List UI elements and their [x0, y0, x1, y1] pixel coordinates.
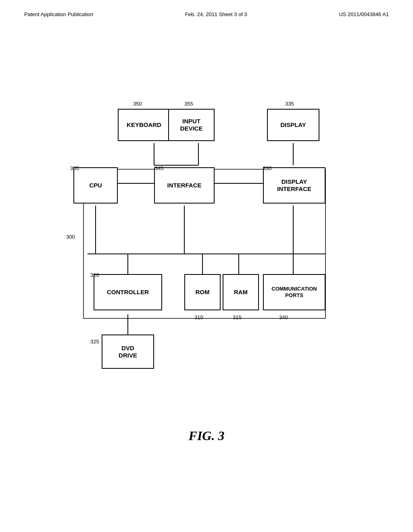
header-right: US 2011/0043846 A1 [339, 11, 389, 17]
label-310: 310 [194, 314, 203, 320]
diagram: KEYBOARD 350 INPUT DEVICE 355 DISPLAY 33… [65, 81, 348, 383]
label-330: 330 [263, 165, 272, 171]
label-355: 355 [184, 101, 193, 107]
label-300: 300 [66, 234, 75, 240]
label-345: 345 [155, 165, 164, 171]
figure-caption: FIG. 3 [189, 428, 225, 443]
input-device-box: INPUT DEVICE [168, 109, 215, 141]
controller-box: CONTROLLER [94, 274, 162, 310]
header-left: Patent Application Publication [24, 11, 93, 17]
label-335: 335 [285, 101, 294, 107]
keyboard-box: KEYBOARD [118, 109, 170, 141]
display-interface-box: DISPLAY INTERFACE [263, 167, 325, 204]
label-320: 320 [90, 272, 99, 278]
interface-box: INTERFACE [154, 167, 215, 204]
dvd-drive-box: DVD DRIVE [102, 335, 154, 369]
cpu-box: CPU [73, 167, 118, 204]
label-350: 350 [133, 101, 142, 107]
display-box: DISPLAY [267, 109, 319, 141]
label-325: 325 [90, 339, 99, 345]
rom-box: ROM [184, 274, 221, 310]
page-header: Patent Application Publication Feb. 24, … [0, 0, 413, 17]
ram-box: RAM [223, 274, 259, 310]
label-305: 305 [70, 165, 79, 171]
header-middle: Feb. 24, 2011 Sheet 3 of 3 [185, 11, 247, 17]
label-315: 315 [233, 314, 242, 320]
comm-ports-box: COMMUNICATION PORTS [263, 274, 325, 310]
label-340: 340 [279, 314, 288, 320]
